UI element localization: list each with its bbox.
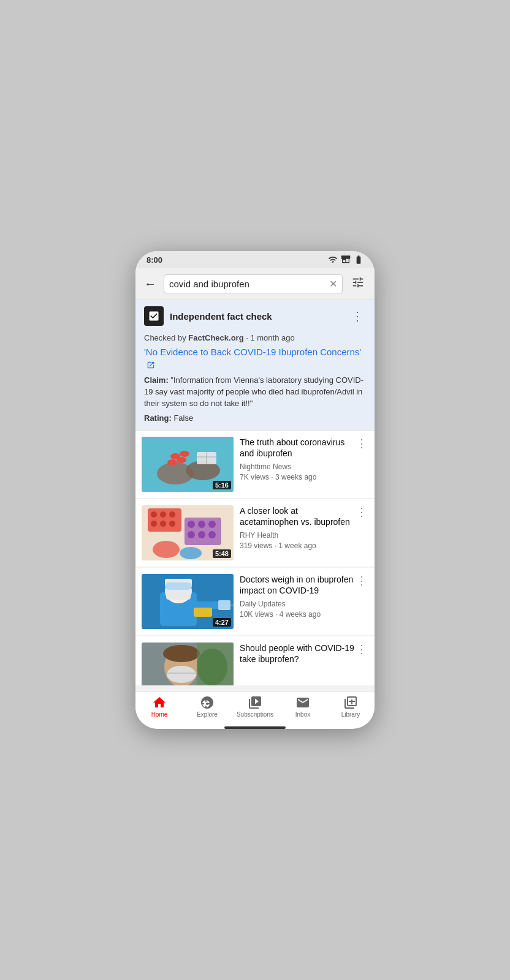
svg-rect-32 [165,582,192,590]
thumbnail-mask-svg [142,643,234,685]
video-list: 5:16 The truth about coronavirus and ibu… [135,431,375,685]
fact-check-body: Checked by FactCheck.org · 1 month ago '… [135,331,375,430]
video-item-1[interactable]: 5:16 The truth about coronavirus and ibu… [135,431,375,498]
thumbnail-3: 4:27 [142,574,234,629]
library-icon [343,695,358,710]
nav-library[interactable]: Library [332,695,369,718]
video-meta-row-1: The truth about coronavirus and ibuprofe… [240,437,368,462]
svg-rect-34 [218,600,230,610]
status-time: 8:00 [147,255,162,265]
video-meta-2: RHY Health 319 views · 1 week ago [240,530,368,551]
main-content[interactable]: Independent fact check ⋮ Checked by Fact… [135,300,375,691]
home-indicator [224,726,286,729]
video-more-button-3[interactable]: ⋮ [355,574,368,587]
video-item-2[interactable]: 5:48 A closer look at acetaminophen vs. … [135,499,375,567]
svg-rect-36 [194,608,212,617]
video-info-1: The truth about coronavirus and ibuprofe… [240,437,368,483]
nav-inbox-label: Inbox [295,711,310,718]
video-meta-3: Daily Updates 10K views · 4 weeks ago [240,599,368,620]
svg-rect-21 [208,521,216,528]
video-meta-row-3: Doctors weigh in on ibuprofen impact on … [240,574,368,600]
fact-check-time: 1 month ago [250,333,294,342]
inbox-icon [295,695,310,710]
svg-point-43 [197,649,227,685]
nav-subscriptions-label: Subscriptions [237,711,273,718]
svg-point-40 [167,666,196,683]
video-item-3[interactable]: 4:27 Doctors weigh in on ibuprofen impac… [135,568,375,635]
video-channel-2: RHY Health [240,530,368,541]
video-info-4: Should people with COVID-19 take ibuprof… [240,643,368,668]
video-title-3: Doctors weigh in on ibuprofen impact on … [240,574,355,597]
nav-explore-label: Explore [197,711,218,718]
svg-point-25 [153,541,180,558]
search-input-container[interactable]: covid and ibuprofen ✕ [164,274,343,293]
explore-icon [200,695,215,710]
video-more-button-2[interactable]: ⋮ [355,505,368,519]
bottom-nav: Home Explore Subscriptions Inbox [135,691,375,724]
nav-subscriptions[interactable]: Subscriptions [237,695,273,718]
svg-rect-23 [198,531,205,538]
nav-inbox[interactable]: Inbox [284,695,321,718]
svg-rect-14 [169,511,175,518]
video-meta-row-4: Should people with COVID-19 take ibuprof… [240,643,368,668]
nav-library-label: Library [341,711,360,718]
fact-check-claim: Claim: "Information from Vienna's labora… [144,375,366,410]
back-button[interactable]: ← [142,274,159,293]
phone-frame: 8:00 ← covid and ibuprofen ✕ [135,251,375,729]
thumbnail-2: 5:48 [142,505,234,560]
fact-check-link[interactable]: 'No Evidence to Back COVID-19 Ibuprofen … [144,347,361,369]
video-title-4: Should people with COVID-19 take ibuprof… [240,643,355,666]
fact-check-icon [144,306,164,326]
fact-check-title-row: Independent fact check [144,306,272,326]
svg-rect-15 [151,521,157,527]
svg-rect-12 [151,511,157,518]
svg-point-3 [167,459,177,466]
status-icons [328,255,363,265]
external-link-icon [147,361,155,369]
nav-explore[interactable]: Explore [189,695,226,718]
svg-point-39 [163,645,200,662]
checklist-icon [148,310,160,322]
home-icon [152,695,167,710]
video-title-1: The truth about coronavirus and ibuprofe… [240,437,355,460]
fact-check-header: Independent fact check ⋮ [135,300,375,331]
duration-badge-3: 4:27 [213,618,231,627]
video-more-button-4[interactable]: ⋮ [355,643,368,656]
svg-point-44 [206,703,208,705]
nav-home-label: Home [151,711,168,718]
signal-icon [341,255,351,265]
svg-rect-17 [169,521,175,527]
video-meta-row-2: A closer look at acetaminophen vs. ibupr… [240,505,368,531]
svg-rect-22 [188,531,195,538]
subscriptions-icon [248,695,262,710]
fact-check-label: Independent fact check [170,311,272,322]
svg-point-5 [170,453,180,459]
svg-point-6 [180,451,189,457]
fact-check-source: Checked by FactCheck.org · 1 month ago [144,333,366,342]
video-info-3: Doctors weigh in on ibuprofen impact on … [240,574,368,620]
video-more-button-1[interactable]: ⋮ [355,437,368,450]
filter-icon [351,276,365,289]
video-info-2: A closer look at acetaminophen vs. ibupr… [240,505,368,551]
wifi-icon [328,255,338,265]
svg-rect-24 [208,531,216,538]
battery-icon [354,255,363,265]
video-meta-1: Nighttime News 7K views · 3 weeks ago [240,462,368,483]
fact-check-card: Independent fact check ⋮ Checked by Fact… [135,300,375,431]
fact-check-org: FactCheck.org [188,333,243,342]
fact-check-more-button[interactable]: ⋮ [349,309,366,323]
nav-home[interactable]: Home [141,695,178,718]
svg-rect-13 [160,511,166,518]
video-stats-1: 7K views · 3 weeks ago [240,472,368,483]
filter-button[interactable] [348,273,368,295]
status-bar: 8:00 [135,251,375,268]
video-channel-1: Nighttime News [240,462,368,472]
video-item-4[interactable]: 3:55 Should people with COVID-19 take ib… [135,636,375,685]
thumbnail-4: 3:55 [142,643,234,685]
clear-button[interactable]: ✕ [329,278,337,290]
duration-badge-2: 5:48 [213,549,231,558]
fact-check-rating: Rating: False [144,413,366,423]
svg-rect-20 [198,521,205,528]
video-channel-3: Daily Updates [240,599,368,609]
video-title-2: A closer look at acetaminophen vs. ibupr… [240,505,355,529]
